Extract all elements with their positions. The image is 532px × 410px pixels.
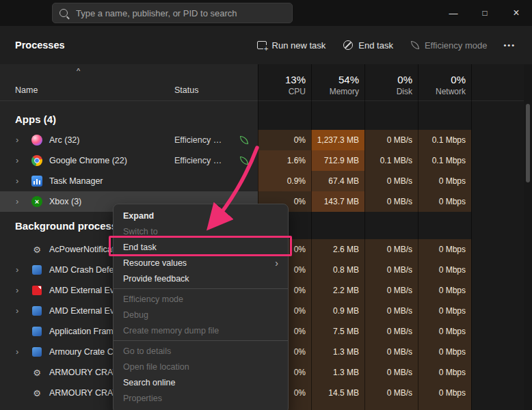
disk-value-cell: 0 MB/s [364,383,418,403]
process-name: Arc (32) [49,135,79,145]
status-column-label: Status [174,85,198,95]
processes-toolbar: Processes Run new task End task Efficien… [0,26,532,64]
column-header-memory[interactable]: 54% Memory [311,64,364,100]
run-new-task-icon [257,41,267,49]
maximize-button[interactable]: □ [469,0,501,26]
table-top-spacer [0,101,524,108]
network-value-cell: 0.1 Mbps [418,150,471,171]
menu-item-search-online[interactable]: Search online [114,374,288,390]
memory-value-cell: 67.4 MB [311,171,364,191]
efficiency-mode-label: Efficiency mode [425,40,488,51]
network-value-cell: 0 Mbps [418,239,471,260]
expand-chevron-icon[interactable] [16,305,18,316]
disk-value-cell: 0 MB/s [364,280,418,301]
gear-icon [31,387,42,398]
more-options-button[interactable]: ••• [498,36,521,54]
column-header-name[interactable]: ^ Name [0,64,171,100]
network-value-cell: 0 Mbps [418,342,471,362]
disk-value: 0 MB/s [387,197,412,206]
column-header-disk[interactable]: 0% Disk [364,64,418,100]
process-name: Armoury Crate Co [49,347,118,357]
process-status-label: Efficiency … [174,156,222,165]
expand-chevron-icon[interactable] [16,176,18,186]
process-name: Xbox (3) [49,197,81,206]
column-header-cpu[interactable]: 13% CPU [258,64,311,100]
memory-value: 0.9 MB [333,306,359,316]
expand-chevron-icon[interactable] [16,346,18,357]
cpu-value: 0% [294,327,306,336]
task-manager-app-icon [31,176,42,187]
memory-value: 7.5 MB [333,327,359,336]
search-box[interactable] [52,3,293,23]
memory-value: 1.3 MB [333,368,359,377]
process-row[interactable]: Arc (32)Efficiency …0%1,237.3 MB0 MB/s0.… [0,130,524,150]
expand-chevron-icon[interactable] [16,196,18,206]
process-status-label: Efficiency … [174,135,222,145]
memory-value-cell: 0.9 MB [311,301,364,321]
minimize-button[interactable]: — [438,0,469,26]
end-task-button[interactable]: End task [336,36,400,55]
table-header: ^ Name Status 13% CPU 54% Memory 0% Disk… [0,64,524,101]
network-value-cell: 0.1 Mbps [418,130,471,150]
disk-value-cell: 0 MB/s [364,260,418,280]
close-button[interactable]: × [501,0,532,26]
disk-value: 0 MB/s [387,368,412,377]
menu-item-label: Properties [123,394,162,403]
menu-item-open-file-location: Open file location [114,359,288,374]
cpu-value: 0% [294,286,306,295]
network-value-cell: 0 Mbps [418,191,471,212]
expand-chevron-icon[interactable] [16,408,18,410]
process-name: Google Chrome (22) [49,156,127,165]
network-value: 0 Mbps [439,347,466,357]
scrollbar[interactable] [524,64,532,410]
menu-item-label: Go to details [123,346,171,356]
network-value: 0 Mbps [439,306,466,316]
expand-chevron-icon[interactable] [16,135,18,145]
name-column-label: Name [15,85,38,95]
menu-item-end-task[interactable]: End task [114,239,288,255]
cpu-value: 0% [294,388,306,398]
memory-value: 0.8 MB [333,265,359,275]
process-name: AMD Crash Defen [49,265,118,275]
column-header-status[interactable]: Status [171,64,258,100]
disk-value-cell: 0 MB/s [364,130,418,150]
disk-value-cell: 0 MB/s [364,301,418,321]
disk-value: 0 MB/s [387,388,412,398]
disk-total-percent: 0% [397,74,412,85]
toolbar-actions: Run new task End task Efficiency mode ••… [250,36,521,55]
process-row[interactable]: Google Chrome (22)Efficiency …1.6%712.9 … [0,150,524,171]
amd-red-app-icon [32,286,42,295]
memory-value: 2.6 MB [333,245,359,254]
disk-value: 0 MB/s [387,245,412,254]
expand-chevron-icon[interactable] [16,285,18,295]
group-header-label: Apps (4) [15,113,56,125]
cpu-value-cell: 0% [258,130,311,150]
process-row[interactable]: Task Manager0.9%67.4 MB0 MB/s0 Mbps [0,171,524,191]
submenu-arrow-icon: › [275,258,278,268]
memory-value-cell: 1.3 MB [311,342,364,362]
scrollbar-thumb[interactable] [526,104,530,182]
cpu-value: 0% [294,245,306,254]
efficiency-leaf-icon [240,136,248,144]
menu-item-label: Create memory dump file [123,326,219,336]
memory-value: 67.4 MB [328,176,359,186]
network-value: 0 Mbps [439,368,466,377]
process-name: AMD External Eve [49,286,119,295]
menu-item-debug: Debug [114,307,288,323]
run-new-task-button[interactable]: Run new task [250,36,333,55]
page-title: Processes [15,40,65,51]
expand-chevron-icon[interactable] [16,264,18,275]
menu-item-label: Efficiency mode [123,295,183,304]
menu-item-expand[interactable]: Expand [114,208,288,223]
memory-value-cell: 28.4 MB [311,403,364,410]
process-name: Task Manager [49,176,103,186]
efficiency-leaf-icon [411,41,419,49]
menu-item-resource-values[interactable]: Resource values› [114,255,288,271]
gear-icon [31,244,42,255]
expand-chevron-icon[interactable] [16,155,18,165]
cpu-column-label: CPU [289,87,306,96]
search-input[interactable] [75,8,285,19]
disk-value: 0 MB/s [387,286,412,295]
column-header-network[interactable]: 0% Network [418,64,471,100]
menu-item-provide-feedback[interactable]: Provide feedback [114,271,288,286]
